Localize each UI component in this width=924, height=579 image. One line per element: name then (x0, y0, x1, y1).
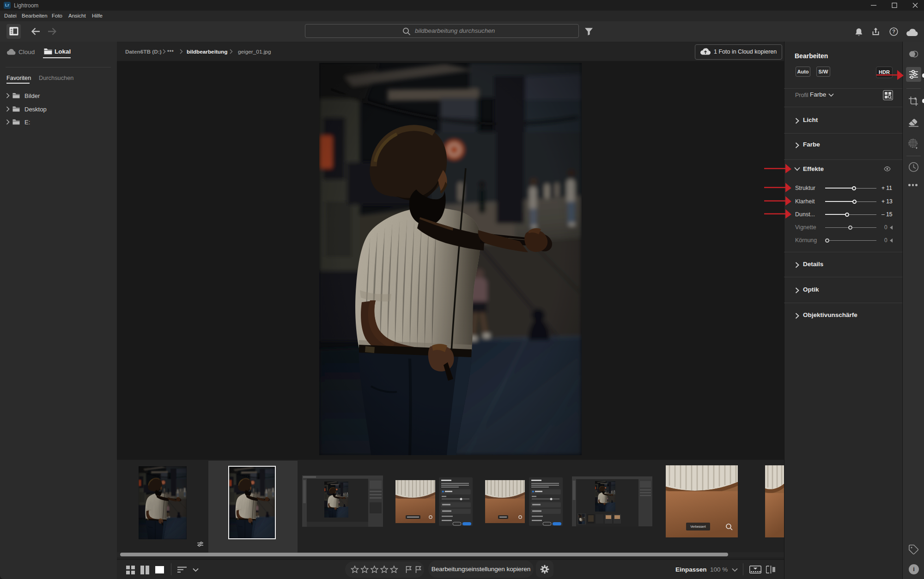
svg-text:Verbessert: Verbessert (690, 525, 706, 528)
svg-text:?: ? (892, 29, 895, 34)
